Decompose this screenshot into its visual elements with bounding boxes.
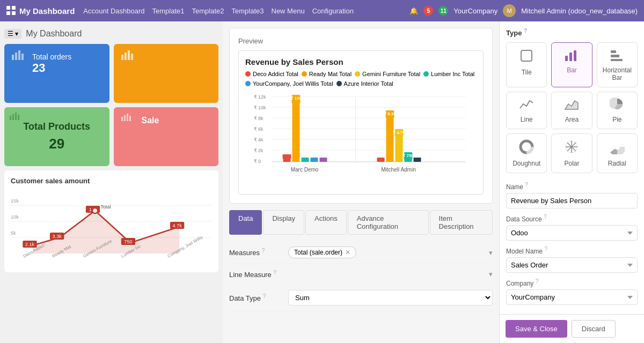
type-doughnut[interactable]: Doughnut: [506, 133, 547, 173]
company-name: YourCompany: [453, 7, 497, 15]
legend-dot-4: [245, 81, 251, 86]
svg-marker-26: [33, 211, 180, 253]
data-type-select[interactable]: Sum: [288, 290, 493, 305]
svg-text:750: 750: [124, 239, 132, 244]
svg-rect-9: [125, 53, 127, 60]
svg-text:15k: 15k: [11, 198, 19, 204]
type-bar[interactable]: Bar: [551, 42, 592, 87]
legend-dot-5: [336, 81, 342, 86]
total-products-value: 29: [49, 136, 64, 152]
chart-type-grid: Tile Bar: [506, 42, 638, 173]
line-measure-dropdown-arrow[interactable]: ▾: [489, 270, 493, 278]
company-help-icon: ?: [536, 278, 539, 284]
user-avatar: M: [503, 4, 516, 17]
data-source-form-row: Data Source ? Odoo: [506, 214, 638, 241]
svg-text:5k: 5k: [11, 230, 16, 236]
legend-dot-1: [302, 71, 307, 77]
svg-text:₹ 0: ₹ 0: [284, 149, 290, 154]
type-polar[interactable]: Polar: [551, 133, 592, 173]
type-area[interactable]: Area: [551, 92, 592, 129]
area-icon: [555, 98, 588, 114]
menu-template3[interactable]: Template3: [232, 7, 264, 15]
legend-label-5: Azure Interior Total: [344, 80, 393, 87]
sales-label: Sale: [142, 116, 210, 125]
legend-label-0: Deco Addict Total: [253, 71, 298, 77]
legend-dot-0: [245, 71, 251, 77]
svg-text:₹ 4.7k: ₹ 4.7k: [393, 130, 405, 135]
svg-rect-2: [6, 11, 10, 15]
menu-template1[interactable]: Template1: [152, 7, 185, 15]
type-help-icon: ?: [524, 28, 527, 34]
type-line[interactable]: Line: [506, 92, 547, 129]
svg-rect-14: [15, 113, 17, 120]
type-tile[interactable]: Tile: [506, 42, 547, 87]
bar-chart-icon-2: [121, 50, 133, 62]
svg-text:₹ 0: ₹ 0: [320, 152, 327, 157]
measures-dropdown-arrow[interactable]: ▾: [489, 249, 493, 257]
total-orders-value: 23: [32, 61, 101, 75]
tab-actions[interactable]: Actions: [305, 210, 347, 235]
svg-text:₹ 0: ₹ 0: [254, 159, 261, 164]
svg-rect-64: [283, 154, 291, 159]
card2: [114, 44, 219, 103]
svg-text:4.7k: 4.7k: [173, 223, 182, 228]
remove-measure-button[interactable]: ✕: [345, 249, 350, 256]
svg-rect-17: [124, 115, 126, 121]
top-navigation: My Dashboard Account Dashboard Template1…: [0, 0, 644, 21]
tab-advance-config[interactable]: Advance Configuration: [348, 210, 429, 235]
svg-text:₹ 2k: ₹ 2k: [254, 148, 264, 153]
data-source-select[interactable]: Odoo: [506, 225, 638, 241]
bar-chart-icon-3: [10, 113, 19, 122]
name-input[interactable]: [506, 193, 638, 208]
action-bar: Save & Close Discard: [499, 314, 644, 343]
radial-icon: [601, 139, 634, 158]
type-pie[interactable]: Pie: [597, 92, 638, 129]
legend-dot-3: [423, 71, 429, 77]
measure-tag[interactable]: Total (sale.order) ✕: [288, 247, 356, 258]
tab-data[interactable]: Data: [229, 210, 262, 235]
data-source-label: Data Source ?: [506, 214, 638, 223]
polar-icon: [555, 139, 588, 158]
svg-text:Total: Total: [100, 204, 111, 210]
svg-marker-98: [565, 101, 578, 109]
app-brand: My Dashboard: [6, 6, 75, 16]
svg-rect-73: [320, 158, 327, 162]
measures-help: ?: [262, 248, 265, 253]
filter-button[interactable]: ☰ ▾: [4, 29, 21, 39]
data-type-help: ?: [263, 293, 266, 299]
svg-text:₹ 12k: ₹ 12k: [254, 94, 267, 100]
menu-account-dashboard[interactable]: Account Dashboard: [83, 7, 144, 15]
type-radial[interactable]: Radial: [597, 133, 638, 173]
svg-rect-91: [521, 50, 532, 61]
measures-row: Measures ? Total (sale.order) ✕ ▾: [229, 241, 493, 264]
menu-template2[interactable]: Template2: [192, 7, 224, 15]
svg-text:₹ 4k: ₹ 4k: [254, 137, 264, 143]
menu-new-menu[interactable]: New Menu: [272, 7, 305, 15]
model-name-select[interactable]: Sales Order: [506, 257, 638, 273]
name-label: Name ?: [506, 182, 638, 191]
svg-rect-92: [565, 56, 568, 61]
legend-item-0: Deco Addict Total: [245, 71, 298, 77]
discard-button[interactable]: Discard: [572, 320, 616, 338]
svg-text:₹ 0: ₹ 0: [414, 152, 421, 157]
company-select[interactable]: YourCompany: [506, 289, 638, 305]
legend-label-4: YourCompany, Joel Willis Total: [253, 80, 333, 87]
pie-icon: [601, 98, 634, 114]
legend-label-1: Ready Mat Total: [309, 71, 352, 77]
svg-rect-77: [386, 114, 394, 162]
horizontal-bar-icon: [601, 48, 634, 64]
svg-rect-86: [414, 158, 421, 162]
svg-rect-94: [574, 50, 576, 61]
tab-display[interactable]: Display: [263, 210, 304, 235]
bell-icon[interactable]: 🔔: [409, 7, 418, 15]
type-horizontal-bar[interactable]: Horizontal Bar: [597, 42, 638, 87]
tab-item-description[interactable]: Item Description: [430, 210, 493, 235]
name-form-row: Name ?: [506, 182, 638, 208]
menu-configuration[interactable]: Configuration: [312, 7, 354, 15]
line-measure-help: ?: [273, 270, 276, 275]
svg-text:₹ 10k: ₹ 10k: [290, 96, 302, 101]
svg-rect-93: [569, 53, 572, 61]
model-name-label: Model Name ?: [506, 246, 638, 255]
svg-text:₹ 0: ₹ 0: [302, 152, 309, 157]
save-close-button[interactable]: Save & Close: [506, 320, 567, 338]
